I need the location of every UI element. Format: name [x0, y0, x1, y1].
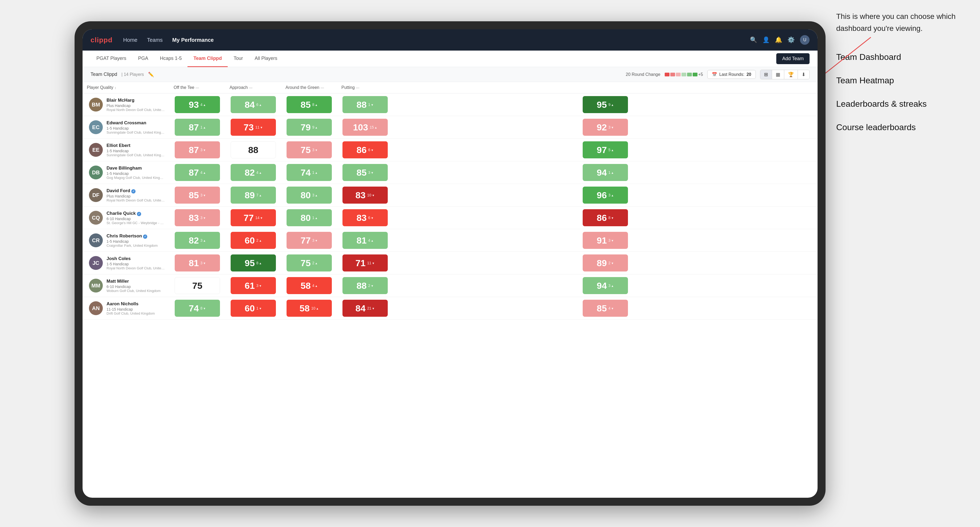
- metric-box: 91 3: [583, 232, 628, 249]
- metric-box: 87 4: [175, 164, 220, 181]
- metric-value: 87: [189, 145, 199, 155]
- player-avatar: DF: [89, 188, 103, 202]
- player-club: St. George's Hill GC - Weybridge - Surre…: [107, 221, 165, 225]
- metric-value: 81: [189, 258, 199, 268]
- direction-arrow: [316, 306, 319, 310]
- table-body: BM Blair McHarg Plus Handicap Royal Nort…: [83, 94, 818, 320]
- tab-team-clippd[interactable]: Team Clippd: [188, 51, 228, 67]
- tab-hcaps[interactable]: Hcaps 1-5: [154, 51, 188, 67]
- change-badge: 15: [370, 125, 377, 129]
- user-icon[interactable]: 👤: [762, 37, 770, 43]
- player-cell-9[interactable]: AN Aaron Nicholls 11-15 Handicap Drift G…: [83, 297, 169, 320]
- last-rounds-button[interactable]: 📅 Last Rounds: 20: [707, 70, 756, 79]
- direction-arrow: [203, 148, 206, 152]
- th-putting: Putting —: [337, 82, 393, 94]
- player-avatar: EC: [89, 120, 103, 134]
- tab-tour[interactable]: Tour: [228, 51, 249, 67]
- change-badge: 3: [312, 193, 318, 197]
- player-handicap: 11-15 Handicap: [107, 307, 165, 311]
- metric-value: 94: [597, 167, 607, 178]
- add-team-button[interactable]: Add Team: [776, 53, 810, 64]
- metric-box: 84 21: [342, 300, 388, 317]
- metric-cell-5-3: 83 6: [337, 206, 393, 229]
- player-cell-7[interactable]: JC Josh Coles 1-5 Handicap Royal North D…: [83, 252, 169, 275]
- change-badge: 10: [367, 193, 375, 197]
- grid-small-button[interactable]: ⊞: [760, 70, 772, 79]
- player-club: Royal North Devon Golf Club, United King…: [107, 198, 165, 202]
- tab-pga[interactable]: PGA: [132, 51, 154, 67]
- metric-value: 81: [356, 235, 367, 246]
- player-cell-3[interactable]: DB Dave Billingham 1-5 Handicap Gog Mago…: [83, 161, 169, 184]
- metric-cell-5-2: 80 1: [281, 206, 337, 229]
- direction-arrow: [260, 216, 263, 220]
- metric-box: 85 3: [175, 187, 220, 204]
- team-bar: Team Clippd | 14 Players ✏️ 20 Round Cha…: [83, 67, 818, 82]
- avatar[interactable]: U: [800, 35, 810, 45]
- settings-icon[interactable]: ⚙️: [788, 37, 795, 43]
- player-name: Charlie Quick✓: [107, 211, 165, 216]
- data-table: Player Quality ↕ Off the Tee — Approach …: [83, 82, 818, 320]
- direction-arrow: [315, 170, 318, 175]
- table-row: EE Elliot Ebert 1-5 Handicap Sunningdale…: [83, 139, 818, 161]
- player-cell-4[interactable]: DF David Ford✓ Plus Handicap Royal North…: [83, 184, 169, 206]
- nav-link-teams[interactable]: Teams: [147, 37, 163, 43]
- change-badge: 10: [311, 306, 319, 310]
- metric-value: 83: [356, 213, 367, 223]
- metric-box: 75 3: [286, 141, 332, 158]
- metric-box: 82 3: [175, 232, 220, 249]
- metric-cell-5-0: 83 3: [169, 206, 225, 229]
- change-badge: 14: [255, 216, 263, 220]
- direction-arrow: [315, 103, 318, 107]
- player-cell-2[interactable]: EE Elliot Ebert 1-5 Handicap Sunningdale…: [83, 139, 169, 161]
- player-cell-1[interactable]: EC Edward Crossman 1-5 Handicap Sunningd…: [83, 116, 169, 139]
- edit-icon[interactable]: ✏️: [148, 71, 154, 78]
- metric-cell-9-3: 84 21: [337, 297, 393, 320]
- search-icon[interactable]: 🔍: [750, 37, 757, 43]
- player-info: Aaron Nicholls 11-15 Handicap Drift Golf…: [107, 301, 165, 316]
- player-cell-5[interactable]: CQ Charlie Quick✓ 6-10 Handicap St. Geor…: [83, 206, 169, 229]
- view-buttons: ⊞ ▦ 🏆 ⬇: [760, 70, 810, 79]
- metric-cell-1-3: 103 15: [337, 116, 393, 139]
- verified-badge: ✓: [143, 235, 147, 239]
- change-badge: 8: [312, 103, 318, 107]
- tab-pgat-players[interactable]: PGAT Players: [91, 51, 132, 67]
- metric-cell-5-1: 77 14: [225, 206, 281, 229]
- team-name: Team Clippd: [91, 71, 117, 77]
- nav-link-myperformance[interactable]: My Performance: [172, 37, 214, 43]
- metric-value: 95: [597, 100, 607, 110]
- direction-arrow: [203, 261, 206, 265]
- metric-box: 77 3: [286, 232, 332, 249]
- metric-cell-2-1: 88: [225, 139, 281, 161]
- metric-value: 87: [189, 167, 199, 178]
- metric-value: 79: [301, 122, 311, 133]
- download-button[interactable]: ⬇: [798, 70, 809, 79]
- bell-icon[interactable]: 🔔: [775, 37, 782, 43]
- table-row: JC Josh Coles 1-5 Handicap Royal North D…: [83, 252, 818, 275]
- metric-value: 77: [243, 213, 254, 223]
- metric-cell-2-4: 97 5: [393, 139, 818, 161]
- direction-arrow: [611, 284, 614, 288]
- metric-box: 75: [175, 277, 220, 294]
- grid-large-button[interactable]: ▦: [772, 70, 784, 79]
- sort-arrow[interactable]: ↕: [115, 86, 116, 90]
- player-cell-6[interactable]: CR Chris Robertson✓ 1-5 Handicap Craigmi…: [83, 229, 169, 252]
- direction-arrow: [371, 238, 374, 243]
- th-approach: Approach —: [225, 82, 281, 94]
- table-row: EC Edward Crossman 1-5 Handicap Sunningd…: [83, 116, 818, 139]
- metric-cell-6-4: 91 3: [393, 229, 818, 252]
- trophy-button[interactable]: 🏆: [784, 70, 798, 79]
- change-badge: 1: [256, 306, 262, 310]
- metric-value: 88: [248, 145, 258, 155]
- tab-all-players[interactable]: All Players: [249, 51, 283, 67]
- direction-arrow: [611, 170, 614, 175]
- direction-arrow: [611, 103, 614, 107]
- player-cell-8[interactable]: MM Matt Miller 6-10 Handicap Woburn Golf…: [83, 275, 169, 297]
- nav-link-home[interactable]: Home: [123, 37, 137, 43]
- metric-box: 83 6: [342, 209, 388, 226]
- metric-box: 73 11: [231, 119, 276, 136]
- change-badge: 6: [368, 148, 374, 152]
- metric-box: 97 5: [583, 141, 628, 158]
- player-cell-0[interactable]: BM Blair McHarg Plus Handicap Royal Nort…: [83, 94, 169, 116]
- metric-cell-3-3: 85 3: [337, 161, 393, 184]
- metric-cell-0-0: 93 4: [169, 94, 225, 116]
